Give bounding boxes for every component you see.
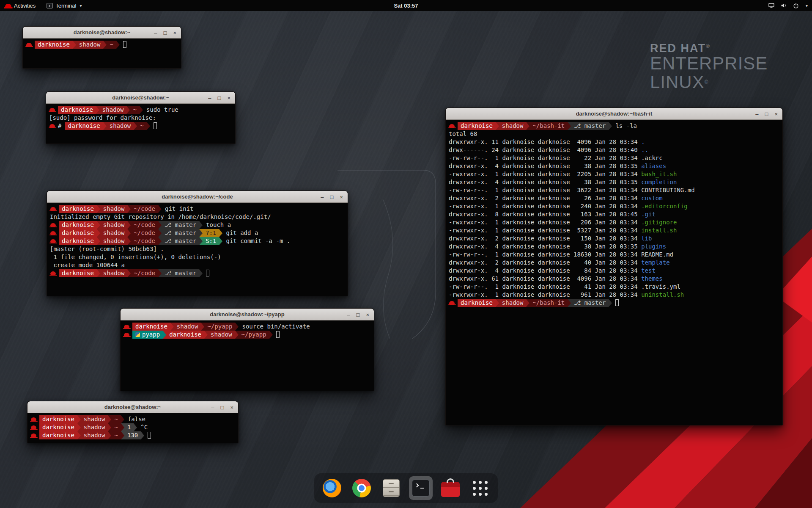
titlebar[interactable]: darknoise@shadow:~/code – □ × xyxy=(47,191,348,203)
terminal-logo xyxy=(412,480,430,497)
powerline-arrow xyxy=(158,229,162,237)
prompt-segment-path: ~/pyapp xyxy=(239,331,269,339)
software-icon[interactable] xyxy=(439,476,462,500)
prompt-segment-path: ~/code xyxy=(131,221,158,229)
powerline-arrow xyxy=(140,106,143,114)
output-text: -rwxrwxr-x. 1 darknoise darknoise 961 Ja… xyxy=(449,291,641,298)
prompt-segment-host: shadow xyxy=(208,331,235,339)
command-text: git init xyxy=(162,205,193,212)
output-text: -rw-rw-r--. 1 darknoise darknoise 41 Jan… xyxy=(449,283,641,290)
prompt-line: darknoiseshadow~/code⎇ mastertouch a xyxy=(50,221,344,229)
titlebar[interactable]: darknoise@shadow:~ – □ × xyxy=(23,27,181,39)
system-status-area[interactable]: ▾ xyxy=(768,0,808,11)
prompt-segment-user: darknoise xyxy=(458,122,496,130)
prompt-segment-git: ⎇ master xyxy=(162,221,199,229)
clock[interactable]: Sat 03:57 xyxy=(394,3,418,9)
maximize-button[interactable]: □ xyxy=(765,111,768,117)
output-line: -rw-rw-r--. 1 darknoise darknoise 41 Jan… xyxy=(449,283,779,291)
output-line: -rwxrwxr-x. 1 darknoise darknoise 2205 J… xyxy=(449,170,779,178)
brand-line2: ENTERPRISE xyxy=(650,54,768,73)
terminal-cursor xyxy=(148,432,151,439)
terminal-icon[interactable] xyxy=(409,476,433,500)
terminal-window-bash-it: darknoise@shadow:~/bash-it – □ × darknoi… xyxy=(445,108,783,425)
python-icon xyxy=(135,332,140,337)
minimize-button[interactable]: – xyxy=(208,95,211,101)
maximize-button[interactable]: □ xyxy=(330,194,334,200)
prompt-segment-user: darknoise xyxy=(59,237,97,245)
titlebar[interactable]: darknoise@shadow:~ – □ × xyxy=(27,401,238,413)
titlebar[interactable]: darknoise@shadow:~ – □ × xyxy=(46,92,235,104)
prompt-segment-path: ~/pyapp xyxy=(204,323,235,331)
app-menu-button[interactable]: Terminal ▾ xyxy=(45,0,83,11)
firefox-icon[interactable] xyxy=(320,476,344,500)
files-cabinet xyxy=(383,479,400,497)
prompt-segment-user: darknoise xyxy=(132,323,170,331)
titlebar[interactable]: darknoise@shadow:~/pyapp – □ × xyxy=(121,309,374,320)
close-button[interactable]: × xyxy=(173,30,176,36)
output-text: drwxrwxr-x. 2 darknoise darknoise 150 Ja… xyxy=(449,235,641,242)
files-icon[interactable] xyxy=(379,476,403,500)
terminal-window-sudo: darknoise@shadow:~ – □ × darknoiseshadow… xyxy=(46,91,236,144)
prompt-line: darknoiseshadow~sudo true xyxy=(49,106,232,114)
prompt-segment-exit: 130 xyxy=(124,431,141,439)
output-text: -rwxrwxr-x. 1 darknoise darknoise 2205 J… xyxy=(449,171,641,177)
app-grid-dots xyxy=(473,481,488,496)
maximize-button[interactable]: □ xyxy=(164,30,167,36)
powerline-arrow xyxy=(127,205,131,213)
prompt-segment-path: ~/bash-it xyxy=(529,299,568,307)
prompt-segment-host: shadow xyxy=(100,221,128,229)
powerline-arrow xyxy=(158,237,162,245)
minimize-button[interactable]: – xyxy=(755,111,758,117)
close-button[interactable]: × xyxy=(227,95,230,101)
minimize-button[interactable]: – xyxy=(154,30,157,36)
powerline-arrow xyxy=(269,331,273,339)
command-text: git commit -a -m . xyxy=(222,237,290,244)
prompt-segment-host: shadow xyxy=(81,431,108,439)
powerline-arrow xyxy=(158,269,162,277)
prompt-segment-path: ~/bash-it xyxy=(529,122,568,130)
prompt-segment-git: ⎇ master xyxy=(162,269,199,277)
terminal-content[interactable]: darknoiseshadow~/bash-it⎇ masterls -lato… xyxy=(446,120,782,425)
close-button[interactable]: × xyxy=(340,194,343,200)
prompt-segment-user: darknoise xyxy=(59,229,97,237)
prompt-segment-git: ⎇ master xyxy=(571,299,609,307)
activities-button[interactable]: Activities xyxy=(3,0,37,11)
volume-icon xyxy=(780,2,787,9)
output-text: aliases xyxy=(641,163,666,169)
output-text: drwxrwxr-x. 61 darknoise darknoise 4096 … xyxy=(449,275,641,282)
app-grid-icon[interactable] xyxy=(468,476,492,500)
terminal-content[interactable]: darknoiseshadow~sudo true[sudo] password… xyxy=(46,104,235,143)
terminal-cursor xyxy=(615,299,619,306)
chrome-icon[interactable] xyxy=(350,476,373,500)
prompt-segment-venv: pyapp xyxy=(132,331,163,339)
powerline-arrow xyxy=(163,331,166,339)
minimize-button[interactable]: – xyxy=(211,405,214,410)
output-text: .. xyxy=(641,146,648,153)
terminal-content[interactable]: darknoiseshadow~falsedarknoiseshadow~1^C… xyxy=(27,413,238,442)
powerline-arrow xyxy=(116,41,120,49)
output-text: total 68 xyxy=(449,130,477,137)
output-text: drwxrwxr-x. 4 darknoise darknoise 84 Jan… xyxy=(449,267,641,274)
window-title: darknoise@shadow:~/bash-it xyxy=(576,110,653,117)
close-button[interactable]: × xyxy=(366,312,369,318)
terminal-content[interactable]: darknoiseshadow~ xyxy=(23,39,181,68)
titlebar[interactable]: darknoise@shadow:~/bash-it – □ × xyxy=(446,108,782,120)
prompt-segment-path: ~/code xyxy=(131,269,158,277)
terminal-content[interactable]: darknoiseshadow~/codegit initInitialized… xyxy=(47,203,348,295)
output-line: -rwxrwxr-x. 1 darknoise darknoise 5327 J… xyxy=(449,226,779,235)
powerline-arrow xyxy=(496,299,499,307)
maximize-button[interactable]: □ xyxy=(357,312,360,318)
prompt-segment-path: ~/code xyxy=(131,205,158,213)
close-button[interactable]: × xyxy=(230,405,233,410)
command-text: source bin/activate xyxy=(239,323,310,330)
close-button[interactable]: × xyxy=(774,111,778,117)
maximize-button[interactable]: □ xyxy=(221,405,224,410)
maximize-button[interactable]: □ xyxy=(218,95,221,101)
output-text: drwxrwxr-x. 11 darknoise darknoise 4096 … xyxy=(449,138,641,145)
prompt-segment-exit: 1 xyxy=(124,423,134,431)
minimize-button[interactable]: – xyxy=(321,194,324,200)
chrome-logo xyxy=(352,479,371,497)
minimize-button[interactable]: – xyxy=(347,312,350,318)
powerline-arrow xyxy=(77,423,81,431)
terminal-content[interactable]: darknoiseshadow~/pyappsource bin/activat… xyxy=(121,320,374,390)
